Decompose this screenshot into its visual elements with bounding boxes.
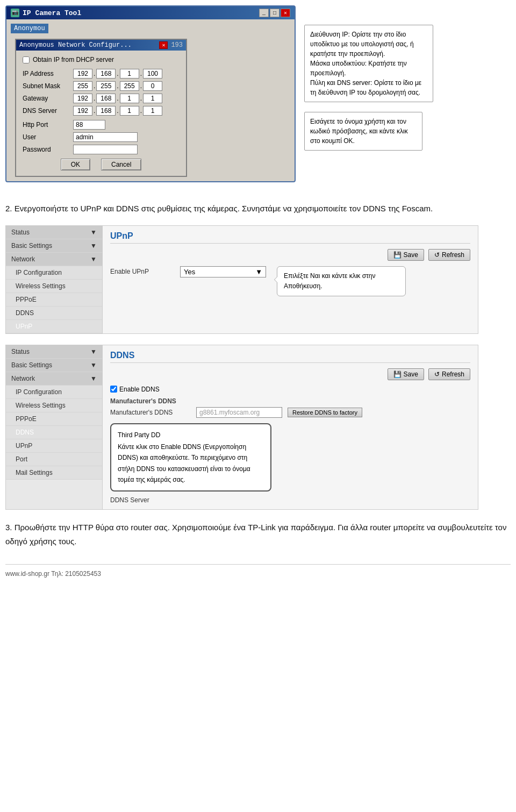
manufacturers-ddns-input[interactable]	[196, 407, 282, 418]
callout-column: Διεύθυνση IP: Ορίστε την στο ίδιο υποδίκ…	[304, 25, 433, 151]
sidebar-pppoe[interactable]: PPPoE	[6, 293, 102, 307]
sidebar-ddns[interactable]: DDNS	[6, 307, 102, 320]
upnp-save-button[interactable]: 💾 Save	[388, 249, 424, 261]
ddns-sidebar-wireless[interactable]: Wireless Settings	[6, 399, 102, 412]
ip-part-2[interactable]	[96, 69, 116, 79]
sidebar-status-label: Status	[11, 229, 30, 236]
ddns-refresh-button[interactable]: ↺ Refresh	[428, 368, 470, 380]
bottom-callout-box: Εισάγετε το όνομα χρήστη και τον κωδικό …	[304, 112, 422, 151]
ddns-sidebar-upnp[interactable]: UPnP	[6, 439, 102, 453]
gateway-label: Gateway	[23, 94, 71, 103]
sidebar-wireless[interactable]: Wireless Settings	[6, 280, 102, 293]
sidebar-basic-arrow: ▼	[90, 242, 97, 250]
ip-part-3[interactable]	[120, 69, 139, 79]
gw-part-2[interactable]	[96, 94, 116, 103]
ddns-title: DDNS	[110, 351, 470, 363]
subnet-part-2[interactable]	[96, 81, 116, 91]
ddns-sidebar-port[interactable]: Port	[6, 453, 102, 466]
restore-ddns-button[interactable]: Restore DDNS to factory	[288, 408, 362, 417]
manufacturers-ddns-label: Manufacturer's DDNS	[110, 409, 196, 416]
ddns-sidebar: Status ▼ Basic Settings ▼ Network ▼ IP C…	[6, 345, 103, 510]
dns-part-1[interactable]	[73, 106, 92, 116]
http-port-input[interactable]	[73, 120, 105, 130]
sidebar-network[interactable]: Network ▼	[6, 253, 102, 266]
ddns-refresh-label: Refresh	[442, 371, 464, 378]
sidebar-basic-label: Basic Settings	[11, 242, 52, 250]
sidebar-ip-config[interactable]: IP Configuration	[6, 266, 102, 280]
dialog-title: Anonymous Network Configur...	[19, 41, 132, 49]
upnp-panel: Status ▼ Basic Settings ▼ Network ▼ IP C…	[5, 225, 478, 334]
dialog-close-button[interactable]: ✕	[159, 41, 168, 49]
ddns-sidebar-ddns[interactable]: DDNS	[6, 426, 102, 439]
ddns-sidebar-basic[interactable]: Basic Settings ▼	[6, 359, 102, 372]
ddns-callout-box: Third Party DD Κάντε κλικ στο Enable DDN…	[110, 423, 271, 492]
upnp-refresh-button[interactable]: ↺ Refresh	[428, 249, 470, 261]
ddns-form: Enable DDNS Manufacturer's DDNS Manufact…	[110, 386, 470, 504]
gw-part-1[interactable]	[73, 94, 92, 103]
anon-text: Anonymou	[11, 24, 48, 33]
section2-text: 2. Ενεργοποιήστε το UPnP και DDNS στις ρ…	[5, 202, 511, 216]
maximize-button[interactable]: □	[270, 9, 280, 17]
dns-part-3[interactable]	[120, 106, 139, 116]
sidebar-upnp[interactable]: UPnP	[6, 320, 102, 333]
gw-part-4[interactable]	[143, 94, 162, 103]
ok-button[interactable]: OK	[61, 159, 90, 170]
enable-ddns-checkbox[interactable]	[110, 386, 117, 393]
sidebar-status[interactable]: Status ▼	[6, 226, 102, 239]
ddns-sidebar-status-arrow: ▼	[90, 348, 97, 355]
minimize-button[interactable]: _	[259, 9, 269, 17]
enable-upnp-value: Yes	[184, 268, 195, 276]
enable-upnp-select-wrapper[interactable]: Yes ▼	[180, 266, 266, 277]
network-config-dialog: Anonymous Network Configur... ✕ 193 Obta…	[15, 39, 187, 177]
dns-part-2[interactable]	[96, 106, 116, 116]
ddns-toolbar: 💾 Save ↺ Refresh	[110, 368, 470, 380]
cancel-button[interactable]: Cancel	[101, 159, 141, 170]
network-config-dialog-box: Anonymous Network Configur... ✕ 193 Obta…	[15, 39, 187, 177]
ddns-sidebar-network-label: Network	[11, 375, 35, 382]
ip-address-label: IP Address	[23, 69, 71, 79]
sidebar-network-arrow: ▼	[90, 255, 97, 263]
select-arrow-icon: ▼	[255, 268, 262, 276]
ddns-sidebar-ip-config[interactable]: IP Configuration	[6, 386, 102, 399]
ddns-save-button[interactable]: 💾 Save	[388, 368, 424, 380]
ddns-save-label: Save	[404, 371, 418, 378]
subnet-mask-label: Subnet Mask	[23, 81, 71, 91]
ddns-sidebar-status[interactable]: Status ▼	[6, 345, 102, 359]
password-label: Password	[23, 145, 71, 154]
enable-upnp-label: Enable UPnP	[110, 268, 180, 275]
ddns-sidebar-mail[interactable]: Mail Settings	[6, 466, 102, 480]
gw-part-3[interactable]	[120, 94, 139, 103]
ip-part-4[interactable]	[143, 69, 162, 79]
footer-text: www.id-shop.gr Τηλ: 2105025453	[5, 570, 101, 578]
sidebar-basic-settings[interactable]: Basic Settings ▼	[6, 239, 102, 253]
subnet-mask-field: . . .	[73, 81, 180, 91]
dns-server-field: . . .	[73, 106, 180, 116]
close-button[interactable]: ✕	[281, 9, 290, 17]
ddns-sidebar-network[interactable]: Network ▼	[6, 372, 102, 386]
http-port-label: Http Port	[23, 120, 71, 130]
ddns-main: DDNS 💾 Save ↺ Refresh Enable DDNS Manufa…	[103, 345, 478, 510]
enable-ddns-row: Enable DDNS	[110, 386, 470, 393]
ddns-callout-text: Κάντε κλικ στο Enable DDNS (Ενεργοποίηση…	[118, 443, 250, 483]
subnet-part-1[interactable]	[73, 81, 92, 91]
dialog-titlebar: Anonymous Network Configur... ✕ 193	[16, 40, 186, 51]
obtain-ip-checkbox[interactable]	[23, 56, 30, 63]
ddns-server-row: DDNS Server	[110, 496, 470, 504]
enable-ddns-label: Enable DDNS	[119, 386, 160, 393]
subnet-part-4[interactable]	[143, 81, 162, 91]
password-input[interactable]	[73, 145, 138, 154]
user-label: User	[23, 132, 71, 142]
ddns-sidebar-pppoe[interactable]: PPPoE	[6, 412, 102, 426]
manufacturers-ddns-section: Manufacturer's DDNS	[110, 397, 470, 405]
user-input[interactable]	[73, 132, 138, 142]
titlebar-controls: _ □ ✕	[259, 9, 290, 17]
ip-part-1[interactable]	[73, 69, 92, 79]
upnp-callout: Επιλέξτε Ναι και κάντε κλικ στην Αποθήκε…	[277, 266, 406, 296]
bottom-form-grid: Http Port User Password	[23, 120, 180, 154]
section3-content: 3. Προωθήστε την HTTP θύρα στο router σα…	[5, 523, 506, 546]
manufacturers-ddns-row: Manufacturer's DDNS Restore DDNS to fact…	[110, 407, 470, 418]
dns-part-4[interactable]	[143, 106, 162, 116]
subnet-part-3[interactable]	[120, 81, 139, 91]
ddns-panel: Status ▼ Basic Settings ▼ Network ▼ IP C…	[5, 345, 478, 510]
refresh-label: Refresh	[442, 251, 464, 259]
